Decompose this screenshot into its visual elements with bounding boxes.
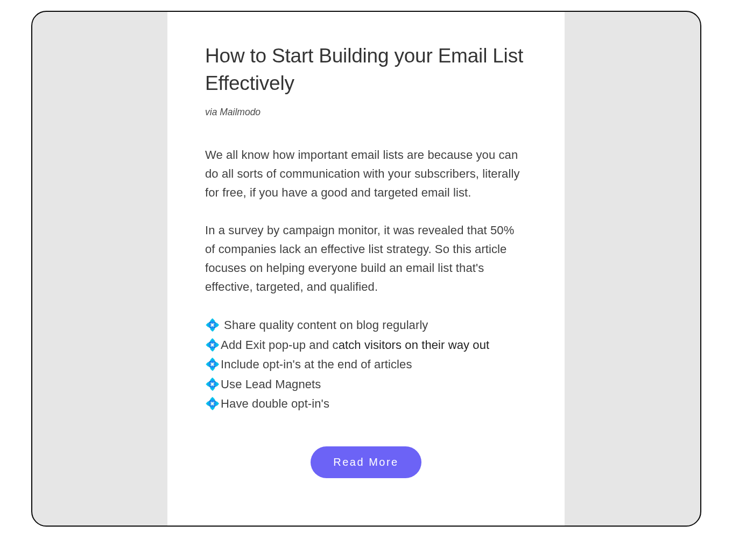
list-item-text: Share quality content on blog regularly xyxy=(224,316,428,335)
article-title: How to Start Building your Email List Ef… xyxy=(205,42,527,97)
content-card: How to Start Building your Email List Ef… xyxy=(167,12,565,526)
list-item-text: Add Exit pop-up and catch visitors on th… xyxy=(221,335,489,355)
read-more-button[interactable]: Read More xyxy=(311,446,421,478)
list-item-text: Include opt-in's at the end of articles xyxy=(221,355,412,375)
list-item-text: Have double opt-in's xyxy=(221,394,329,414)
diamond-icon: 💠 xyxy=(205,375,220,395)
list-item: 💠 Have double opt-in's xyxy=(205,394,527,414)
bullet-list: 💠 Share quality content on blog regularl… xyxy=(205,316,527,414)
cta-wrap: Read More xyxy=(205,446,527,478)
list-item: 💠 Use Lead Magnets xyxy=(205,375,527,395)
article-source: via Mailmodo xyxy=(205,107,527,118)
list-item: 💠 Add Exit pop-up and catch visitors on … xyxy=(205,335,527,355)
list-item: 💠 Include opt-in's at the end of article… xyxy=(205,355,527,375)
list-item: 💠 Share quality content on blog regularl… xyxy=(205,316,527,335)
diamond-icon: 💠 xyxy=(205,316,220,335)
diamond-icon: 💠 xyxy=(205,394,220,414)
article-paragraph-1: We all know how important email lists ar… xyxy=(205,146,527,202)
diamond-icon: 💠 xyxy=(205,355,220,375)
page-frame: How to Start Building your Email List Ef… xyxy=(31,11,701,527)
article-paragraph-2: In a survey by campaign monitor, it was … xyxy=(205,221,527,296)
diamond-icon: 💠 xyxy=(205,335,220,355)
list-item-text: Use Lead Magnets xyxy=(221,375,321,395)
